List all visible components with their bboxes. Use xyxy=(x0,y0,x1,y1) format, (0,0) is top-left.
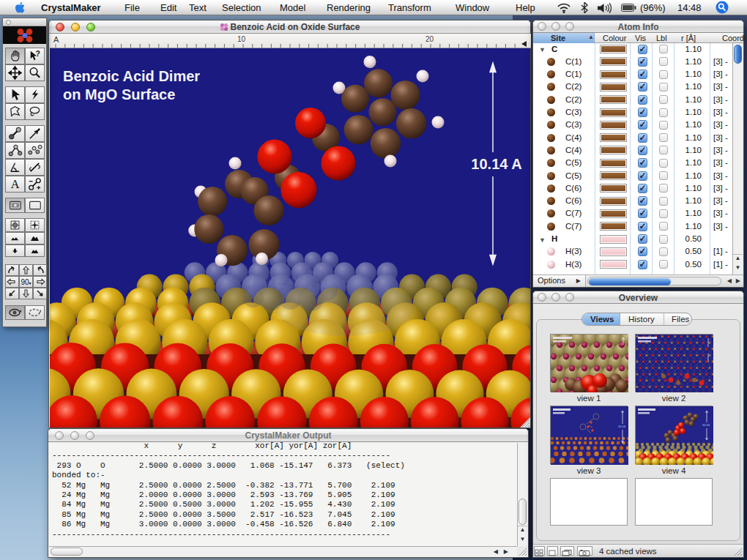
svg-text:on MgO Surface: on MgO Surface xyxy=(63,86,175,102)
svg-text:10.14 A: 10.14 A xyxy=(471,156,521,172)
svg-text:?: ? xyxy=(35,49,40,58)
svg-text:A: A xyxy=(11,178,20,191)
svg-text:20: 20 xyxy=(425,35,434,43)
svg-text:10.14: 10.14 xyxy=(618,425,626,428)
svg-text:10: 10 xyxy=(237,35,246,43)
svg-text:Benzoic Acid Dimer: Benzoic Acid Dimer xyxy=(63,68,200,84)
svg-text:10.14: 10.14 xyxy=(702,423,710,427)
